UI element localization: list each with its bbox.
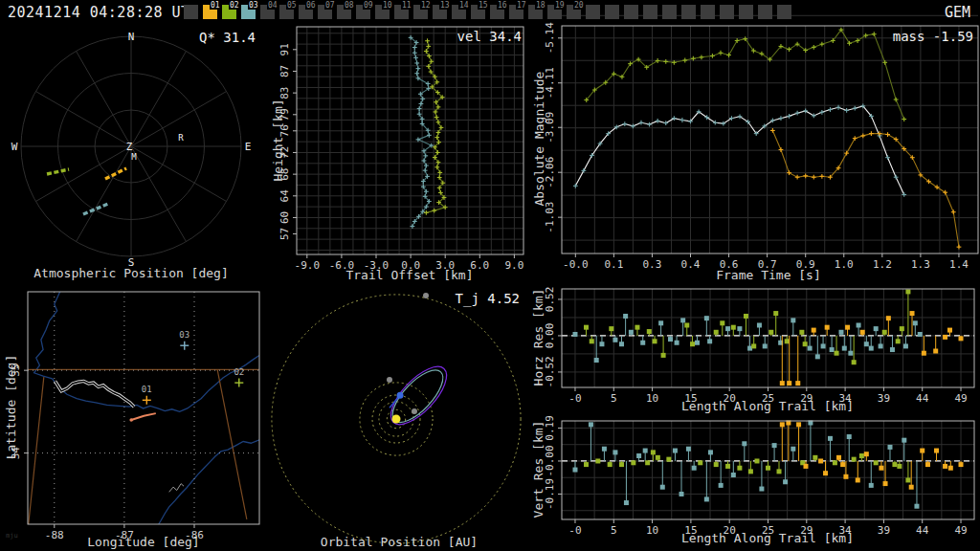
station-tab-label: 16 — [497, 1, 508, 10]
svg-text:1.2: 1.2 — [873, 258, 892, 271]
watermark: mju — [6, 532, 18, 540]
vert-res-ylabel: Vert Res [km] — [531, 403, 546, 537]
svg-text:44: 44 — [916, 524, 929, 537]
station-tab-label: 01 — [210, 1, 221, 10]
svg-text:-0.19: -0.19 — [544, 478, 556, 510]
header-bar: 20241214 04:28:28 UTC GEM 01020304050607… — [0, 0, 980, 23]
station-tab-15[interactable]: 15 — [471, 5, 485, 19]
svg-text:-0.52: -0.52 — [544, 356, 556, 387]
station-tab-x24[interactable] — [643, 5, 657, 19]
tj-badge: T_j 4.52 — [424, 291, 520, 306]
station-tab-08[interactable]: 08 — [337, 5, 351, 19]
svg-text:M: M — [131, 152, 137, 162]
station-tab-x27[interactable] — [701, 5, 715, 19]
station-tab-label: 12 — [420, 1, 432, 10]
station-tab-label: 05 — [286, 1, 298, 10]
station-tab-05[interactable]: 05 — [279, 5, 294, 19]
station-tab-label: 10 — [382, 1, 393, 10]
station-tab-label: 14 — [458, 1, 470, 10]
station-tab-label: 15 — [478, 1, 489, 10]
station-tab-19[interactable]: 19 — [547, 5, 562, 19]
vert-res-xlabel: Length Along Trail [km] — [672, 531, 863, 545]
svg-text:-0: -0 — [568, 524, 581, 537]
svg-text:9.0: 9.0 — [504, 259, 523, 272]
station-tab-14[interactable]: 14 — [452, 5, 466, 19]
svg-text:1.4: 1.4 — [949, 258, 969, 271]
station-tab-label: 03 — [248, 1, 259, 10]
station-tab-x31[interactable] — [777, 5, 791, 19]
polar-chart: NESWZMR — [11, 31, 252, 269]
svg-text:R: R — [178, 133, 184, 143]
svg-text:0.00: 0.00 — [544, 323, 556, 349]
station-tab-label: 13 — [439, 1, 451, 10]
station-tab-label: 20 — [573, 1, 585, 10]
station-tab-label: 17 — [516, 1, 527, 10]
vel-ylabel: Height [km] — [271, 74, 285, 208]
station-tab-13[interactable]: 13 — [433, 5, 447, 19]
station-tab-x0[interactable] — [184, 5, 198, 19]
station-tab-12[interactable]: 12 — [413, 5, 428, 19]
station-tab-06[interactable]: 06 — [299, 5, 313, 19]
station-tab-07[interactable]: 07 — [318, 5, 332, 19]
svg-text:5: 5 — [611, 392, 617, 405]
station-tab-11[interactable]: 11 — [394, 5, 409, 19]
svg-text:E: E — [245, 141, 252, 153]
station-tab-04[interactable]: 04 — [260, 5, 275, 19]
svg-text:57: 57 — [278, 228, 291, 240]
horz-res-chart: -051015202529343944490.520.00-0.52 — [544, 287, 974, 405]
svg-text:5: 5 — [611, 524, 617, 537]
svg-text:49: 49 — [954, 392, 967, 405]
station-tab-label: 18 — [535, 1, 546, 10]
map-xlabel: Longitude [deg] — [48, 535, 239, 549]
station-tab-18[interactable]: 18 — [528, 5, 543, 19]
station-tab-label: 06 — [305, 1, 317, 10]
svg-text:39: 39 — [878, 392, 890, 405]
station-tab-x22[interactable] — [605, 5, 619, 19]
vel-xlabel: Trail Offset [km] — [314, 268, 505, 282]
station-tab-10[interactable]: 10 — [375, 5, 390, 19]
vel-chart-series-station-02 — [424, 38, 448, 214]
station-tab-03[interactable]: 03 — [241, 5, 256, 19]
svg-text:49: 49 — [954, 524, 967, 537]
mass-chart: -0.00.10.30.40.60.70.91.01.21.31.4-5.14-… — [544, 15, 978, 271]
svg-text:91: 91 — [278, 43, 291, 55]
svg-text:-0: -0 — [568, 392, 581, 405]
station-tab-label: 08 — [344, 1, 355, 10]
station-tab-x26[interactable] — [681, 5, 696, 19]
svg-text:1.3: 1.3 — [911, 258, 930, 271]
station-tab-01[interactable]: 01 — [203, 5, 217, 19]
svg-text:39: 39 — [878, 524, 890, 537]
svg-text:0.1: 0.1 — [604, 258, 623, 271]
svg-text:-0.0: -0.0 — [563, 258, 589, 271]
station-tab-09[interactable]: 09 — [356, 5, 370, 19]
station-tab-label: 11 — [401, 1, 412, 10]
station-tab-label: 07 — [324, 1, 336, 10]
station-tab-20[interactable]: 20 — [567, 5, 581, 19]
station-tab-x30[interactable] — [758, 5, 772, 19]
svg-text:N: N — [128, 31, 135, 43]
orbit-title: Orbital Position [AU] — [303, 535, 495, 549]
svg-text:60: 60 — [278, 211, 291, 224]
svg-text:02: 02 — [234, 367, 244, 377]
station-tab-label: 09 — [363, 1, 374, 10]
svg-text:0.3: 0.3 — [643, 258, 662, 271]
station-tab-x28[interactable] — [720, 5, 734, 19]
station-tab-02[interactable]: 02 — [222, 5, 236, 19]
horz-res-xlabel: Length Along Trail [km] — [672, 399, 863, 413]
svg-text:44: 44 — [916, 392, 929, 405]
svg-text:-0.00: -0.00 — [544, 445, 556, 476]
orbit-chart — [272, 293, 521, 543]
station-tab-x29[interactable] — [739, 5, 753, 19]
map-ylabel: Latitude [deg] — [4, 341, 18, 474]
station-tab-17[interactable]: 17 — [509, 5, 523, 19]
station-tab-16[interactable]: 16 — [490, 5, 504, 19]
station-tab-label: 04 — [267, 1, 278, 10]
vert-res-chart: -051015202529343944490.19-0.00-0.19 — [544, 415, 974, 537]
svg-text:01: 01 — [142, 385, 152, 394]
mass-chart-series-station-01 — [770, 128, 961, 250]
station-tab-x23[interactable] — [624, 5, 638, 19]
station-tab-x25[interactable] — [662, 5, 677, 19]
station-tab-x21[interactable] — [586, 5, 600, 19]
vel-chart: -9.0-6.0-3.00.03.06.09.09187837976726864… — [278, 27, 523, 272]
mass-badge: mass -1.59 — [830, 29, 973, 44]
